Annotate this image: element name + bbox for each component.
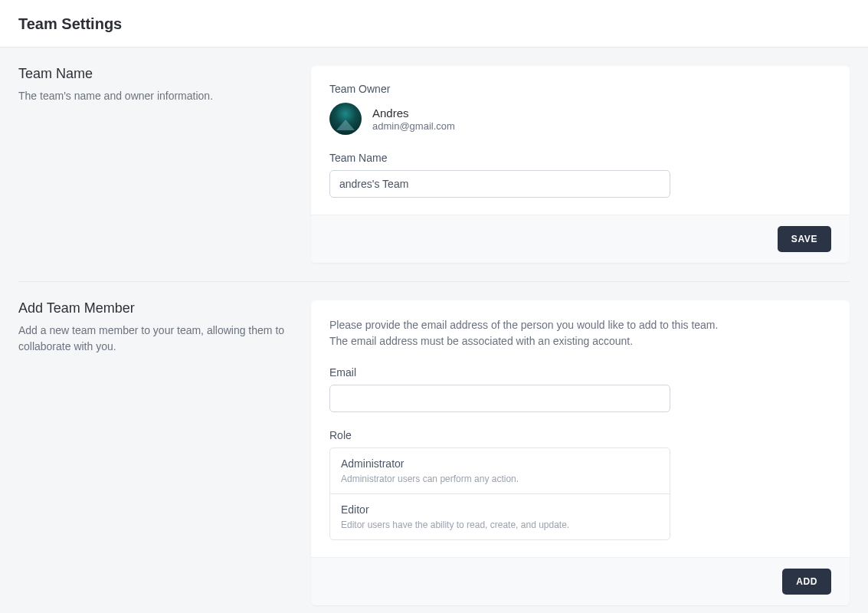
team-owner-label: Team Owner (329, 83, 831, 95)
add-member-section: Add Team Member Add a new team member to… (18, 300, 850, 611)
avatar (329, 103, 362, 135)
team-name-field: Team Name (329, 152, 831, 198)
add-member-description: Add a new team member to your team, allo… (18, 323, 287, 355)
team-name-card-body: Team Owner Andres admin@gmail.com Team N… (311, 66, 850, 215)
page-content: Team Name The team's name and owner info… (0, 48, 868, 613)
role-name: Editor (341, 503, 659, 516)
add-member-title: Add Team Member (18, 300, 287, 316)
add-member-side: Add Team Member Add a new team member to… (18, 300, 287, 605)
role-list: Administrator Administrator users can pe… (329, 447, 670, 540)
team-name-input[interactable] (329, 170, 670, 198)
role-description: Editor users have the ability to read, c… (341, 520, 659, 530)
team-name-card-footer: SAVE (311, 215, 850, 263)
email-field: Email (329, 366, 831, 412)
team-name-card: Team Owner Andres admin@gmail.com Team N… (311, 66, 850, 263)
page-title: Team Settings (18, 15, 850, 33)
team-name-section: Team Name The team's name and owner info… (18, 66, 850, 282)
add-member-card: Please provide the email address of the … (311, 300, 850, 605)
email-input[interactable] (329, 385, 670, 412)
role-description: Administrator users can perform any acti… (341, 474, 659, 484)
team-name-input-label: Team Name (329, 152, 831, 164)
team-name-side: Team Name The team's name and owner info… (18, 66, 287, 263)
owner-name: Andres (372, 107, 455, 120)
team-owner-row: Andres admin@gmail.com (329, 103, 831, 135)
role-option-administrator[interactable]: Administrator Administrator users can pe… (330, 448, 670, 493)
owner-info: Andres admin@gmail.com (372, 107, 455, 132)
email-label: Email (329, 366, 831, 379)
add-member-info: Please provide the email address of the … (329, 317, 728, 349)
role-label: Role (329, 429, 831, 441)
add-member-card-footer: ADD (311, 557, 850, 605)
role-name: Administrator (341, 457, 659, 470)
role-option-editor[interactable]: Editor Editor users have the ability to … (330, 493, 670, 539)
save-button[interactable]: SAVE (778, 226, 831, 252)
role-field: Role Administrator Administrator users c… (329, 429, 831, 540)
add-member-card-body: Please provide the email address of the … (311, 300, 850, 557)
add-button[interactable]: ADD (782, 569, 831, 595)
team-name-description: The team's name and owner information. (18, 88, 287, 104)
team-name-title: Team Name (18, 66, 287, 82)
owner-email: admin@gmail.com (372, 120, 455, 132)
page-header: Team Settings (0, 0, 868, 48)
